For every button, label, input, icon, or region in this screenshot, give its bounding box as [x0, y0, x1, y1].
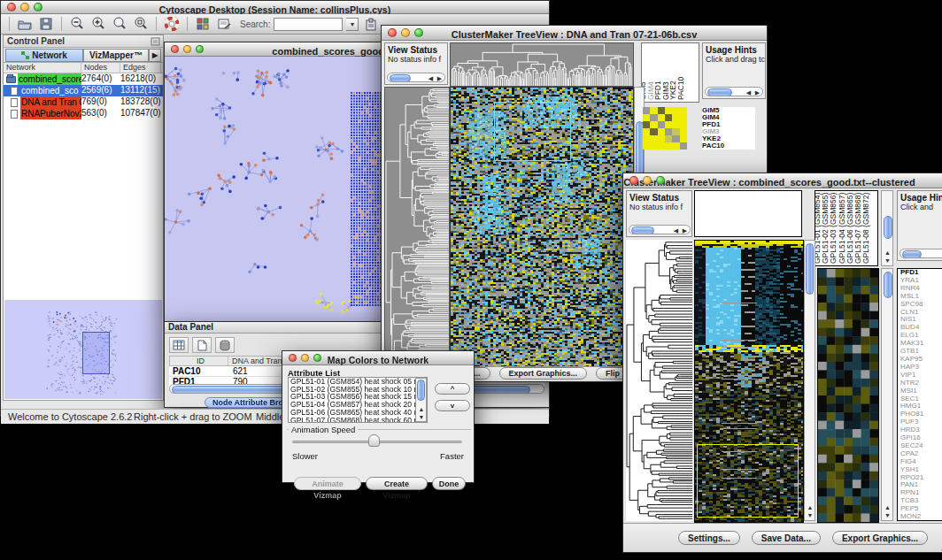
scrollbar-thumb[interactable] [707, 88, 732, 96]
scrollbar-thumb[interactable] [884, 216, 892, 239]
minimize-button[interactable] [401, 28, 410, 37]
scrollbar-thumb[interactable] [806, 243, 814, 295]
new-attribute-button[interactable] [192, 337, 212, 353]
float-panel-icon[interactable] [151, 37, 160, 46]
save-session-button[interactable] [37, 16, 55, 32]
help-button[interactable] [163, 16, 181, 32]
animate-vizmap-button[interactable]: Animate Vizmap [294, 477, 361, 490]
gene-dendrogram-canvas[interactable] [626, 240, 692, 521]
speed-slider-thumb[interactable] [368, 434, 380, 447]
scroll-down-arrow-icon[interactable]: ▼ [806, 512, 815, 519]
slower-label: Slower [292, 451, 318, 461]
close-button[interactable] [171, 45, 179, 53]
network-row[interactable]: combined_sco2569(6)13112(15) [4, 85, 163, 96]
scrollbar-thumb[interactable] [902, 250, 922, 258]
zoom-selected-button[interactable] [132, 16, 150, 32]
export-graphics-button[interactable]: Export Graphics... [499, 367, 588, 380]
move-down-button[interactable]: v [435, 400, 470, 411]
scroll-down-arrow-icon[interactable]: ▼ [883, 512, 892, 519]
zoom-button[interactable] [656, 176, 665, 185]
gene-list[interactable]: PFD1YRA1RNR4MSL1SPC98CLN1NIS1BUD4ELG1MAK… [897, 268, 942, 521]
zoom-out-button[interactable] [68, 16, 86, 32]
scroll-up-arrow-icon[interactable]: ▲ [883, 504, 892, 511]
index-button[interactable] [362, 16, 380, 32]
attribute-list[interactable]: GPL51-01 (GSM854) heat shock 05 minGPL51… [288, 377, 428, 423]
scroll-right-arrow-icon[interactable]: ▶ [435, 75, 444, 82]
overview-heatmap[interactable] [643, 107, 687, 150]
create-vizmap-button[interactable]: Create Vizmap [366, 477, 428, 490]
delete-attribute-button[interactable] [215, 337, 235, 353]
network-row[interactable]: RNAPuberNov2+I563(0)107847(0) [4, 108, 163, 119]
scrollbar-thumb[interactable] [631, 226, 654, 234]
dialog-titlebar[interactable]: Map Colors to Network [282, 351, 474, 365]
open-file-button[interactable] [16, 16, 34, 32]
scrollbar-thumb[interactable] [884, 272, 892, 298]
attribute-list-scrollbar[interactable]: ▲ ▼ [415, 378, 427, 422]
network-row[interactable]: combined_scores2764(0)16218(0) [4, 73, 163, 85]
save-data-button[interactable]: Save Data... [752, 531, 821, 545]
zoom-fit-button[interactable] [111, 16, 128, 32]
move-up-button[interactable]: ^ [435, 383, 470, 395]
column-header-nodes[interactable]: Nodes [81, 63, 120, 73]
treeview1-titlebar[interactable]: ClusterMaker TreeView : DNA and Tran 07-… [382, 26, 767, 41]
minimize-button[interactable] [183, 45, 191, 53]
scroll-up-arrow-icon[interactable]: ▲ [806, 504, 815, 511]
main-heatmap-canvas[interactable] [694, 240, 804, 523]
export-graphics-button[interactable]: Export Graphics... [832, 531, 928, 545]
tab-overflow-button[interactable]: ▶ [149, 49, 161, 62]
zoom-heatmap-canvas[interactable] [817, 268, 879, 523]
scroll-right-arrow-icon[interactable]: ▶ [753, 89, 762, 96]
scroll-down-arrow-icon[interactable]: ▼ [883, 257, 892, 265]
vizmapper-shortcut-button[interactable] [194, 16, 212, 32]
close-button[interactable] [289, 354, 297, 362]
column-dendrogram-area[interactable] [694, 190, 802, 237]
network-row[interactable]: DNA and Tran 07769(0)183728(0) [4, 96, 163, 108]
settings-button[interactable]: Settings... [678, 531, 740, 545]
overview-cell [680, 135, 687, 142]
view-status-scrollbar[interactable]: ◀ ▶ [629, 225, 691, 234]
column-header-network[interactable]: Network [4, 63, 81, 73]
gene-list-scrollbar[interactable]: ▲ ▼ [881, 268, 893, 521]
view-status-scrollbar[interactable]: ◀ ▶ [387, 73, 445, 82]
usage-hints-scrollbar[interactable] [900, 249, 942, 258]
scrollbar-thumb[interactable] [417, 380, 425, 401]
zoom-button[interactable] [196, 45, 204, 53]
scroll-up-arrow-icon[interactable]: ▲ [883, 249, 892, 257]
tab-network[interactable]: Network [5, 49, 83, 62]
main-titlebar[interactable]: Cytoscape Desktop (Session Name: collins… [1, 1, 549, 14]
zoom-button[interactable] [34, 3, 42, 12]
id-column-header[interactable]: ID [170, 357, 228, 365]
close-button[interactable] [388, 28, 397, 37]
search-input[interactable] [274, 18, 343, 31]
file-icon [11, 98, 18, 107]
usage-hints-scrollbar[interactable]: ◀ ▶ [705, 87, 763, 96]
attribute-item[interactable]: GPL51-07 (GSM868) heat shock 60 min [289, 417, 427, 423]
scroll-down-arrow-icon[interactable]: ▼ [417, 414, 427, 421]
heatmap-vscrollbar[interactable]: ▲ ▼ [804, 240, 815, 521]
tab-vizmapper[interactable]: VizMapper™ [83, 49, 149, 62]
close-button[interactable] [629, 176, 638, 185]
birdseye-view[interactable] [4, 300, 162, 399]
minimize-button[interactable] [20, 3, 29, 12]
scroll-up-arrow-icon[interactable]: ▲ [417, 406, 427, 413]
column-header-edges[interactable]: Edges [120, 63, 161, 73]
column-labels-scrollbar[interactable]: ▲ ▼ [881, 190, 893, 266]
gene-dendrogram-canvas[interactable] [384, 87, 450, 370]
close-button[interactable] [7, 3, 16, 12]
search-dropdown-button[interactable]: ▼ [346, 18, 359, 31]
gene-item[interactable]: MON2 [900, 513, 942, 521]
minimize-button[interactable] [301, 354, 309, 362]
select-attributes-button[interactable] [169, 337, 189, 353]
scroll-right-arrow-icon[interactable]: ▶ [680, 227, 690, 234]
zoom-in-button[interactable] [89, 16, 107, 32]
annotation-button[interactable] [215, 16, 233, 32]
view-status-title: View Status [627, 191, 691, 203]
column-dendrogram-canvas[interactable] [450, 42, 634, 87]
minimize-button[interactable] [643, 176, 652, 185]
done-button[interactable]: Done [432, 477, 466, 490]
main-heatmap-canvas[interactable] [450, 87, 634, 370]
treeview2-titlebar[interactable]: ClusterMaker TreeView : combined_scores_… [623, 173, 942, 188]
zoom-button[interactable] [313, 354, 321, 362]
scrollbar-thumb[interactable] [390, 74, 411, 82]
zoom-button[interactable] [414, 28, 423, 37]
